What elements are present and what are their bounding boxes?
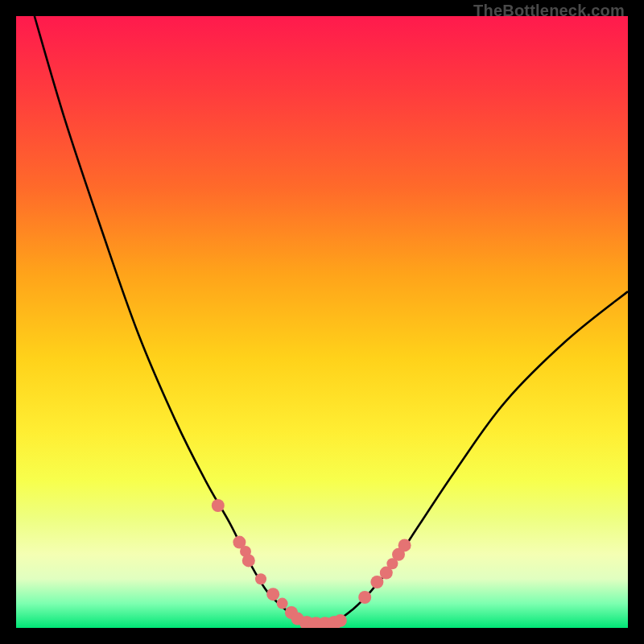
marker-point: [255, 573, 266, 584]
watermark-text: TheBottleneck.com: [473, 2, 625, 20]
curve-right-arm: [310, 291, 628, 628]
curve-left-arm: [35, 16, 310, 628]
marker-group: [212, 499, 411, 628]
marker-point: [358, 591, 371, 604]
marker-point: [277, 598, 288, 609]
marker-point: [242, 554, 255, 567]
outer-frame: TheBottleneck.com: [0, 0, 644, 644]
marker-point: [370, 576, 383, 588]
plot-area: [16, 16, 628, 628]
marker-point: [266, 588, 279, 601]
marker-point: [212, 499, 225, 512]
marker-point: [334, 614, 347, 627]
marker-point: [398, 539, 411, 551]
bottleneck-curve-chart: [16, 16, 628, 628]
